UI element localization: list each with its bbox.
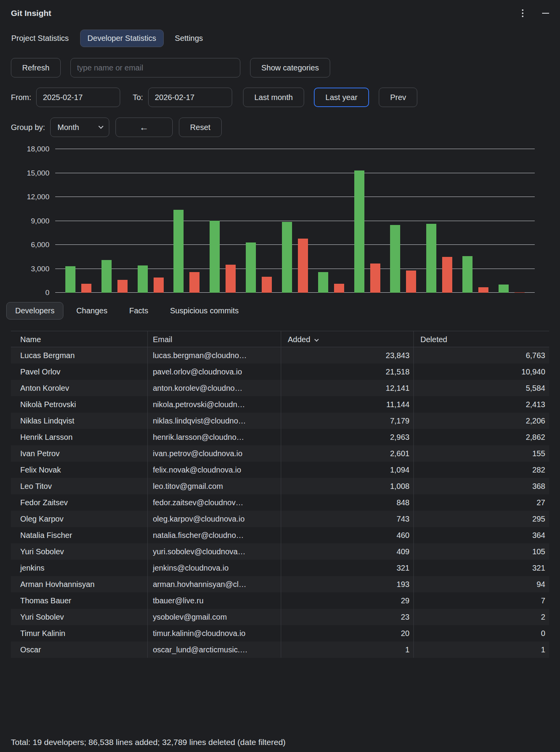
deleted-bar[interactable] — [189, 272, 200, 293]
added-bar[interactable] — [246, 242, 256, 293]
table-row[interactable]: Ivan Petrovivan.petrov@cloudnova.io2,601… — [11, 445, 549, 462]
deleted-bar[interactable] — [370, 264, 380, 293]
view-tab-suspicious-commits[interactable]: Suspicious commits — [161, 302, 248, 320]
cell-added: 1 — [281, 641, 414, 658]
cell-deleted: 105 — [414, 543, 549, 560]
cell-name: Arman Hovhannisyan — [11, 576, 148, 592]
cell-added: 743 — [281, 511, 414, 527]
tab-developer-statistics[interactable]: Developer Statistics — [80, 30, 164, 47]
view-tab-facts[interactable]: Facts — [120, 302, 157, 320]
table-row[interactable]: Arman Hovhannisyanarman.hovhannisyan@cl…… — [11, 576, 549, 592]
y-axis-tick-label: 18,000 — [0, 144, 49, 154]
cell-deleted: 155 — [414, 445, 549, 462]
table-header: NameEmailAddedDeleted — [11, 331, 549, 347]
cell-name: Oleg Karpov — [11, 511, 148, 527]
table-row[interactable]: jenkinsjenkins@cloudnova.io321321 — [11, 560, 549, 576]
column-header-deleted[interactable]: Deleted — [414, 331, 549, 348]
column-header-name[interactable]: Name — [11, 331, 148, 348]
table-row[interactable]: Pavel Orlovpavel.orlov@cloudnova.io21,51… — [11, 364, 549, 380]
group-by-select[interactable]: Month — [50, 118, 109, 137]
table-row[interactable]: Natalia Fischernatalia.fischer@cloudno…4… — [11, 527, 549, 543]
added-bar[interactable] — [318, 272, 328, 293]
added-bar[interactable] — [282, 222, 292, 293]
cell-deleted: 2 — [414, 609, 549, 625]
show-categories-button[interactable]: Show categories — [250, 58, 330, 77]
table-row[interactable]: Niklas Lindqvistniklas.lindqvist@cloudno… — [11, 413, 549, 429]
added-bar[interactable] — [390, 225, 400, 293]
added-bar[interactable] — [65, 266, 75, 293]
title-bar: Git Insight — [0, 0, 560, 19]
table-row[interactable]: Felix Novakfelix.novak@cloudnova.io1,094… — [11, 462, 549, 478]
chevron-down-icon — [98, 124, 103, 129]
table-row[interactable]: Oleg Karpovoleg.karpov@cloudnova.io74329… — [11, 511, 549, 527]
column-header-added[interactable]: Added — [281, 331, 414, 348]
cell-name: Fedor Zaitsev — [11, 494, 148, 511]
deleted-bar[interactable] — [117, 280, 128, 293]
added-bar[interactable] — [499, 285, 509, 293]
tab-settings[interactable]: Settings — [168, 30, 210, 47]
to-date-input[interactable] — [148, 88, 232, 107]
reset-button[interactable]: Reset — [179, 118, 222, 137]
cell-email: yuri.sobolev@cloudnova… — [148, 543, 281, 560]
cell-added: 2,601 — [281, 445, 414, 462]
last-month-button[interactable]: Last month — [243, 88, 304, 107]
cell-email: nikola.petrovski@cloudn… — [148, 396, 281, 413]
deleted-bar[interactable] — [298, 239, 308, 293]
table-row[interactable]: Yuri Sobolevysobolev@gmail.com232 — [11, 609, 549, 625]
table-row[interactable]: Leo Titovleo.titov@gmail.com1,008368 — [11, 478, 549, 494]
refresh-button[interactable]: Refresh — [11, 58, 61, 77]
table-row[interactable]: Nikolà Petrovskinikola.petrovski@cloudn…… — [11, 396, 549, 413]
cell-deleted: 2,413 — [414, 396, 549, 413]
deleted-bar[interactable] — [514, 292, 525, 293]
table-row[interactable]: Timur Kalinintimur.kalinin@cloudnova.io2… — [11, 625, 549, 641]
deleted-bar[interactable] — [81, 284, 91, 293]
cell-name: Henrik Larsson — [11, 429, 148, 445]
app-title: Git Insight — [11, 9, 51, 18]
table-row[interactable]: Anton Korolevanton.korolev@cloudno…12,14… — [11, 380, 549, 396]
table-row[interactable]: Fedor Zaitsevfedor.zaitsev@cloudnov…8482… — [11, 494, 549, 511]
view-tab-changes[interactable]: Changes — [67, 302, 116, 320]
column-header-email[interactable]: Email — [148, 331, 281, 348]
deleted-bar[interactable] — [262, 277, 272, 293]
deleted-bar[interactable] — [226, 265, 236, 293]
cell-added: 23 — [281, 609, 414, 625]
deleted-bar[interactable] — [406, 271, 416, 293]
added-bar[interactable] — [210, 221, 220, 293]
table-row[interactable]: Yuri Sobolevyuri.sobolev@cloudnova…40910… — [11, 543, 549, 560]
view-tab-developers[interactable]: Developers — [6, 302, 63, 320]
table-body: Lucas Bergmanlucas.bergman@cloudno…23,84… — [11, 347, 549, 658]
y-axis-tick-label: 0 — [0, 288, 49, 297]
cell-email: arman.hovhannisyan@cl… — [148, 576, 281, 592]
table-row[interactable]: Henrik Larssonhenrik.larsson@cloudno…2,9… — [11, 429, 549, 445]
bar-group — [65, 266, 91, 293]
table-row[interactable]: Lucas Bergmanlucas.bergman@cloudno…23,84… — [11, 347, 549, 364]
last-year-button[interactable]: Last year — [314, 88, 369, 107]
cell-email: ysobolev@gmail.com — [148, 609, 281, 625]
deleted-bar[interactable] — [334, 284, 344, 293]
main-tabs: Project StatisticsDeveloper StatisticsSe… — [0, 29, 560, 47]
from-date-input[interactable] — [36, 88, 120, 107]
table-row[interactable]: Oscaroscar_lund@arcticmusic.…11 — [11, 641, 549, 658]
tab-project-statistics[interactable]: Project Statistics — [4, 30, 76, 47]
added-bar[interactable] — [354, 170, 364, 293]
cell-email: fedor.zaitsev@cloudnov… — [148, 494, 281, 511]
added-bar[interactable] — [138, 265, 148, 293]
cell-deleted: 2,206 — [414, 413, 549, 429]
deleted-bar[interactable] — [478, 287, 488, 293]
added-bar[interactable] — [102, 260, 112, 293]
deleted-bar[interactable] — [154, 278, 164, 293]
summary-total: Total: 19 developers; 86,538 lines added… — [11, 738, 285, 747]
search-input[interactable] — [70, 58, 240, 77]
developers-table: NameEmailAddedDeleted Lucas Bergmanlucas… — [11, 331, 549, 658]
kebab-menu-icon[interactable] — [520, 8, 525, 19]
y-axis-tick-label: 15,000 — [0, 169, 49, 178]
deleted-bar[interactable] — [442, 257, 452, 293]
table-row[interactable]: Thomas Bauertbauer@live.ru297 — [11, 592, 549, 609]
added-bar[interactable] — [173, 210, 184, 293]
added-bar[interactable] — [426, 224, 436, 293]
minimize-icon[interactable] — [542, 13, 549, 14]
added-bar[interactable] — [462, 256, 472, 293]
bar-chart: 03,0006,0009,00012,00015,00018,000 — [0, 145, 560, 293]
prev-button[interactable]: Prev — [379, 88, 417, 107]
back-button[interactable]: ← — [116, 118, 173, 137]
